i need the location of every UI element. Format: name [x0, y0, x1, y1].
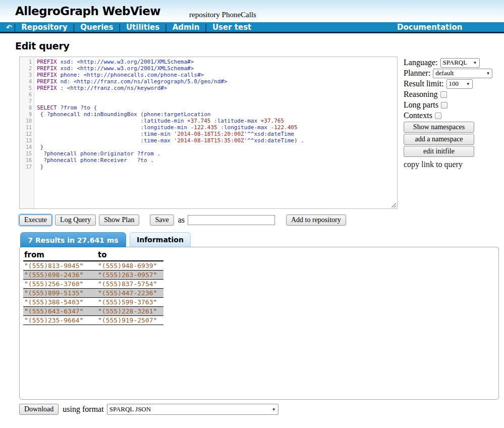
query-editor[interactable]: 1234567891011121314151617 PREFIX xsd: <h… — [19, 57, 398, 209]
add-to-repository-button[interactable]: Add to repository — [286, 215, 346, 226]
log-query-button[interactable]: Log Query — [55, 215, 96, 226]
code-line: :longitude-min -122.435 :longitude-max -… — [37, 124, 397, 131]
line-number: 3 — [20, 72, 32, 78]
copy-link-to-query[interactable]: copy link to query — [404, 160, 500, 169]
download-row: Download using format SPARQL JSON ▼ — [19, 404, 504, 415]
results-table-head: fromto — [23, 250, 163, 261]
result-limit-select-value: 100 — [449, 80, 459, 88]
code-line: :time-max '2014-08-18T15:35:00Z'^^xsd:da… — [37, 137, 397, 144]
result-limit-select[interactable]: 100 ▼ — [446, 79, 473, 89]
literal-value: (555)263-0957 — [102, 271, 153, 279]
code-line: ?phonecall phone:Originator ?from . — [37, 150, 397, 157]
save-button[interactable]: Save — [150, 215, 174, 226]
literal-value: (555)447-2236 — [102, 289, 153, 297]
literal-value: (555)698-2436 — [28, 271, 80, 279]
add-namespace-button[interactable]: add a namespace — [404, 134, 474, 145]
nav-item-admin[interactable]: Admin — [173, 23, 200, 32]
long-parts-row: Long parts — [404, 100, 500, 110]
code-line: } — [37, 144, 397, 150]
line-number: 1 — [20, 59, 32, 65]
tab-results[interactable]: 7 Results in 27.641 ms — [20, 232, 126, 247]
back-arrow-icon[interactable]: ↶ — [6, 23, 12, 31]
line-number: 10 — [20, 118, 32, 124]
literal-value: (555)388-5403 — [28, 298, 80, 306]
code-line: PREFIX phone: <http://phonecalls.com/pho… — [37, 72, 397, 78]
line-number: 16 — [20, 157, 32, 164]
result-limit-row: Result limit: 100 ▼ — [404, 79, 500, 89]
show-namespaces-button[interactable]: Show namespaces — [404, 122, 474, 133]
result-cell-to: "(555)228-3261" — [97, 307, 163, 316]
literal-value: (555)235-9664 — [28, 316, 80, 324]
edit-initfile-button[interactable]: edit initfile — [404, 146, 474, 157]
nav-item-queries[interactable]: Queries — [80, 23, 113, 32]
download-button[interactable]: Download — [19, 404, 59, 415]
format-select-value: SPARQL JSON — [109, 405, 151, 413]
result-limit-label: Result limit: — [404, 79, 444, 88]
query-options-sidebar: Language: SPARQL ▼ Planner: default ▼ Re… — [404, 58, 500, 169]
literal-value: (555)813-9045 — [28, 262, 80, 270]
save-name-input[interactable] — [188, 215, 275, 225]
save-as-label: as — [178, 216, 185, 225]
long-parts-label: Long parts — [404, 100, 438, 110]
result-cell-from: "(555)256-3760" — [23, 280, 97, 289]
tab-information[interactable]: Information — [130, 232, 191, 247]
long-parts-checkbox[interactable] — [441, 102, 447, 109]
result-cell-from: "(555)235-9664" — [23, 316, 97, 325]
reasoning-checkbox[interactable] — [440, 91, 447, 98]
results-panel: fromto "(555)813-9045""(555)948-6939""(5… — [19, 247, 499, 400]
code-line: :latitude-min +37.745 :latitude-max +37.… — [37, 118, 397, 124]
code-lines[interactable]: PREFIX xsd: <http://www.w3.org/2001/XMLS… — [34, 57, 397, 208]
result-row: "(555)698-2436""(555)263-0957" — [23, 271, 163, 280]
planner-row: Planner: default ▼ — [404, 68, 500, 78]
result-cell-from: "(555)643-6347" — [23, 307, 97, 316]
results-header-row: fromto — [23, 250, 163, 261]
result-row: "(555)256-3760""(555)837-5754" — [23, 280, 163, 289]
line-number: 4 — [20, 78, 32, 85]
result-cell-to: "(555)837-5754" — [97, 280, 163, 289]
result-cell-to: "(555)599-3763" — [97, 298, 163, 307]
execute-button[interactable]: Execute — [19, 215, 52, 226]
code-line: PREFIX : <http://franz.com/ns/keyword#> — [37, 85, 397, 91]
show-plan-button[interactable]: Show Plan — [99, 215, 139, 226]
result-cell-from: "(555)899-5135" — [23, 289, 97, 298]
contexts-label: Contexts — [404, 111, 432, 120]
nav-separator: | — [164, 23, 167, 32]
code-line: } — [37, 164, 397, 170]
literal-value: (555)837-5754 — [102, 280, 153, 288]
nav-item-documentation[interactable]: Documentation — [397, 23, 462, 32]
using-format-label: using format — [63, 405, 103, 414]
line-number: 2 — [20, 65, 32, 72]
nav-item-utilities[interactable]: Utilities — [126, 23, 159, 32]
line-number: 8 — [20, 104, 32, 111]
literal-value: (555)228-3261 — [102, 307, 153, 315]
format-select[interactable]: SPARQL JSON ▼ — [107, 404, 278, 415]
main-nav: ↶ |Repository|Queries|Utilities|Admin|Us… — [0, 22, 504, 33]
literal-value: (555)919-2507 — [102, 316, 153, 324]
chevron-down-icon: ▼ — [473, 61, 477, 65]
nav-item-user-test[interactable]: User test — [212, 23, 251, 32]
line-number: 13 — [20, 137, 32, 144]
query-controls-row: Execute Log Query Show Plan Save as Add … — [19, 214, 504, 226]
literal-value: (555)899-5135 — [28, 289, 80, 297]
chevron-down-icon: ▼ — [486, 71, 490, 76]
language-label: Language: — [404, 58, 438, 67]
code-line: ?phonecall phone:Receiver ?to . — [37, 157, 397, 164]
app-header: AllegroGraph WebView repository PhoneCal… — [0, 0, 504, 22]
contexts-checkbox[interactable] — [435, 113, 441, 119]
nav-item-repository[interactable]: Repository — [21, 23, 68, 32]
code-line — [37, 98, 397, 104]
line-number: 7 — [20, 98, 32, 104]
result-cell-from: "(555)813-9045" — [23, 261, 97, 271]
result-cell-to: "(555)919-2507" — [97, 316, 163, 325]
planner-select-value: default — [435, 69, 454, 77]
app-title: AllegroGraph WebView — [15, 5, 160, 18]
planner-select[interactable]: default ▼ — [433, 69, 492, 78]
line-number: 11 — [20, 124, 32, 131]
results-table-body: "(555)813-9045""(555)948-6939""(555)698-… — [23, 261, 163, 325]
column-header-from: from — [23, 250, 97, 261]
language-select[interactable]: SPARQL ▼ — [440, 58, 480, 68]
planner-label: Planner: — [404, 69, 430, 78]
repository-label: repository PhoneCalls — [189, 11, 256, 19]
chevron-down-icon: ▼ — [272, 407, 276, 412]
code-line: SELECT ?from ?to { — [37, 104, 397, 111]
